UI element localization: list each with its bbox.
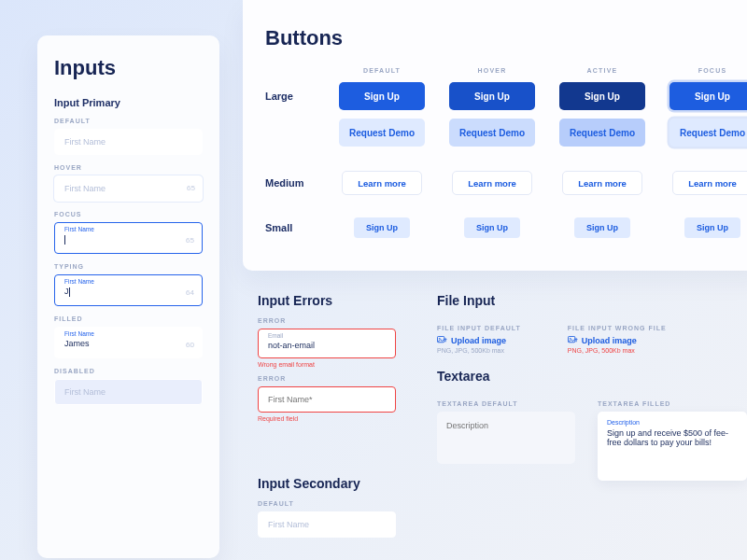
btn-small-focus[interactable]: Sign Up (684, 217, 740, 238)
btn-outline-hover[interactable]: Learn more (452, 171, 532, 195)
svg-point-3 (570, 338, 571, 339)
file-default-label: FILE INPUT DEFAULT (437, 325, 521, 331)
row-medium: Medium (265, 177, 327, 189)
errors-title: Input Errors (258, 293, 416, 308)
input-error-required[interactable] (258, 386, 396, 413)
error1-float: Email (268, 332, 283, 339)
col-default: DEFAULT (327, 67, 437, 74)
secondary-title: Input Secondary (258, 476, 444, 491)
btn-outline-default[interactable]: Learn more (342, 171, 422, 195)
row-large: Large (265, 91, 327, 102)
error1-msg: Wrong email format (258, 361, 416, 368)
btn-small-active[interactable]: Sign Up (574, 217, 630, 238)
file-default-hint: PNG, JPG, 500Kb max (437, 347, 521, 354)
caret-icon (64, 235, 65, 245)
state-label-focus: FOCUS (54, 211, 203, 217)
col-hover: HOVER (437, 67, 547, 74)
state-label-typing: TYPING (54, 263, 203, 270)
ta-filled-label: TEXTAREA FILLED (598, 400, 747, 407)
input-error-email[interactable]: Email not-an-email (258, 329, 396, 358)
textarea-default[interactable] (437, 412, 575, 464)
state-label-filled: FILLED (54, 315, 203, 322)
btn-primary-hover[interactable]: Sign Up (449, 82, 535, 110)
row-small: Small (265, 222, 327, 233)
btn-secondary-active[interactable]: Request Demo (559, 119, 645, 147)
image-upload-icon (437, 336, 447, 344)
btn-small-hover[interactable]: Sign Up (464, 217, 520, 238)
input-typing-label: First Name (64, 278, 94, 285)
btn-primary-default[interactable]: Sign Up (339, 82, 425, 110)
input-focus-label: First Name (64, 226, 94, 232)
file-wrong-label: FILE INPUT WRONG FILE (568, 325, 667, 331)
image-upload-icon (568, 336, 578, 344)
input-errors-section: Input Errors ERROR Email not-an-email Wr… (258, 293, 416, 422)
error1-label: ERROR (258, 317, 416, 324)
btn-secondary-focus[interactable]: Request Demo (669, 119, 747, 147)
btn-secondary-hover[interactable]: Request Demo (449, 119, 535, 147)
input-typing[interactable]: First Name J 64 (54, 274, 203, 306)
ta-filled-float: Description (607, 419, 738, 426)
btn-small-default[interactable]: Sign Up (354, 217, 410, 238)
input-filled-label: First Name (64, 330, 94, 337)
btn-primary-active[interactable]: Sign Up (559, 82, 645, 110)
btn-outline-active[interactable]: Learn more (562, 171, 642, 195)
input-default[interactable] (54, 129, 203, 155)
file-wrong-hint: PNG, JPG, 500Kb max (568, 347, 667, 354)
input-focus[interactable]: First Name 65 (54, 222, 203, 254)
buttons-title: Buttons (265, 26, 747, 50)
input-hover-count: 65 (187, 175, 195, 202)
input-filled-value: James (64, 339, 90, 348)
col-active: ACTIVE (547, 67, 657, 74)
secondary-label: DEFAULT (258, 500, 444, 507)
ta-default-label: TEXTAREA DEFAULT (437, 400, 575, 407)
error2-label: ERROR (258, 375, 416, 382)
input-typing-count: 64 (186, 275, 194, 307)
state-label-hover: HOVER (54, 164, 203, 171)
input-hover[interactable] (54, 175, 203, 202)
file-title: File Input (437, 293, 726, 308)
inputs-card: Inputs Input Primary DEFAULT HOVER 65 FO… (37, 35, 219, 558)
state-label-disabled: DISABLED (54, 368, 203, 374)
input-focus-count: 65 (186, 223, 194, 255)
file-textarea-section: File Input FILE INPUT DEFAULT Upload ima… (437, 293, 726, 481)
btn-secondary-default[interactable]: Request Demo (339, 119, 425, 147)
input-disabled (54, 379, 203, 405)
file-upload-default[interactable]: Upload image (437, 336, 521, 345)
input-secondary[interactable] (258, 511, 396, 538)
svg-point-1 (439, 338, 440, 339)
file-upload-wrong[interactable]: Upload image (568, 336, 667, 345)
btn-outline-focus[interactable]: Learn more (672, 171, 747, 195)
textarea-title: Textarea (437, 369, 726, 384)
buttons-card: Buttons DEFAULT HOVER ACTIVE FOCUS Large… (243, 0, 747, 271)
input-secondary-section: Input Secondary DEFAULT (258, 476, 444, 538)
ta-filled-value: Sign up and receive $500 of fee-free dol… (607, 428, 738, 447)
input-filled-count: 60 (186, 328, 194, 359)
inputs-title: Inputs (54, 56, 203, 80)
col-focus: FOCUS (657, 67, 747, 74)
btn-primary-focus[interactable]: Sign Up (669, 82, 747, 110)
textarea-filled[interactable]: Description Sign up and receive $500 of … (598, 412, 747, 481)
caret-icon (69, 287, 70, 297)
input-filled[interactable]: First Name James 60 (54, 327, 203, 358)
error1-value: not-an-email (268, 341, 315, 350)
inputs-section: Input Primary (54, 97, 203, 108)
error2-msg: Required field (258, 415, 416, 422)
state-label-default: DEFAULT (54, 118, 203, 124)
